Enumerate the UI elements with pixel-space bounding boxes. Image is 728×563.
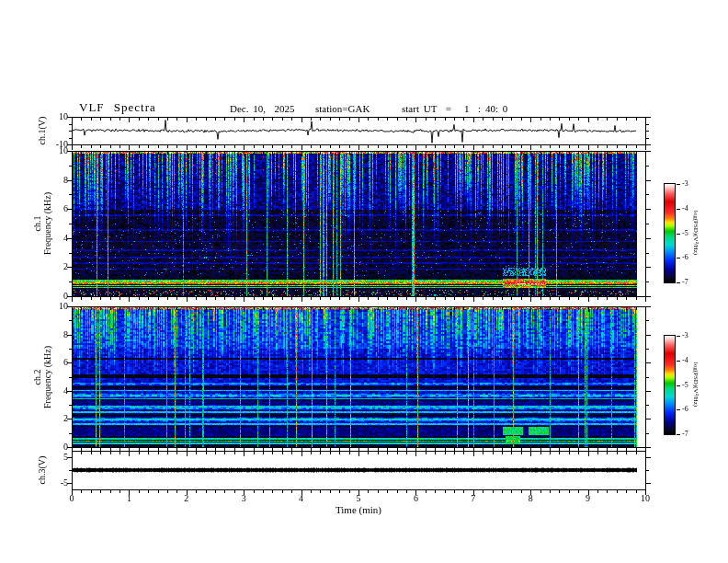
ch1-spec-y-tick-label: 10 (40, 145, 68, 156)
colorbar-2-tick-label: -6 (682, 405, 702, 414)
station-label: station=GAK (315, 103, 370, 114)
colorbar-1-tick-label: -3 (682, 179, 702, 189)
x-tick-label: 7 (458, 493, 489, 504)
figure-title: VLF Spectra (79, 100, 156, 115)
ch2-spec-y-tick-label: 10 (40, 301, 68, 312)
x-tick-label: 4 (286, 493, 317, 504)
colorbar-2-tick-label: -3 (682, 331, 702, 340)
ch2-spec-y-tick-label: 6 (40, 357, 68, 368)
x-tick-label: 5 (343, 493, 374, 504)
colorbar-1-tick-label: -4 (682, 204, 702, 213)
figure-date: Dec. 10, 2025 (230, 103, 294, 114)
x-tick-label: 0 (56, 493, 87, 504)
colorbar-1-tick-label: -6 (682, 253, 702, 262)
x-tick-label: 3 (228, 493, 259, 504)
x-tick-label: 1 (113, 493, 144, 504)
colorbar-1-tick-label: -7 (682, 278, 702, 287)
vlf-spectra-figure: VLF Spectra Dec. 10, 2025 station=GAK st… (0, 0, 728, 563)
colorbar-2-tick-label: -5 (682, 381, 702, 390)
colorbar-2-tick-label: -7 (682, 430, 702, 439)
start-ut-label: start UT = 1 : 40: 0 (402, 103, 507, 114)
ch2-spec-y-tick-label: 8 (40, 329, 68, 340)
x-tick-label: 10 (630, 493, 661, 504)
x-tick-label: 9 (573, 493, 604, 504)
ch3-wave-y-tick-label: -5 (40, 477, 68, 488)
x-tick-label: 2 (171, 493, 202, 504)
ch3-wave-y-tick-label: 5 (40, 452, 68, 463)
ch1-spec-y-tick-label: 6 (40, 203, 68, 214)
colorbar-2 (664, 335, 676, 435)
colorbar-1-tick-label: -5 (682, 229, 702, 238)
colorbar-1 (664, 183, 676, 283)
ch1-spec-y-tick-label: 8 (40, 175, 68, 186)
ch1-spec-y-tick-label: 4 (40, 233, 68, 244)
colorbar-2-tick-label: -4 (682, 356, 702, 365)
plot-canvas (0, 0, 728, 563)
x-tick-label: 6 (400, 493, 431, 504)
ch2-spec-y-tick-label: 2 (40, 413, 68, 424)
x-tick-label: 8 (515, 493, 546, 504)
x-axis-title: Time (min) (318, 504, 399, 515)
ch1-wave-y-tick-label: 10 (40, 111, 68, 122)
ch2-spec-y-tick-label: 4 (40, 385, 68, 396)
ch1-spec-y-tick-label: 2 (40, 261, 68, 272)
